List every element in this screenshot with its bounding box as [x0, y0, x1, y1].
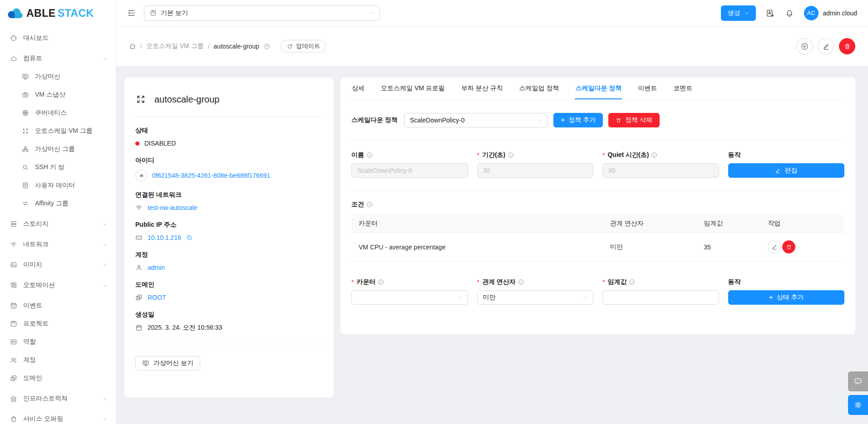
sidebar-item-ssh-key-pairs[interactable]: SSH 키 쌍: [0, 158, 116, 176]
operator-select-value: 미만: [483, 293, 496, 302]
enable-autoscale-button[interactable]: [796, 38, 813, 54]
policy-select[interactable]: ScaleDownPolicy-0: [404, 113, 548, 127]
breadcrumb-section[interactable]: 오토스케일 VM 그룹: [146, 42, 204, 50]
sidebar-item-infrastructure[interactable]: 인프라스트럭쳐: [0, 390, 116, 408]
sidebar-item-virtual-machines[interactable]: 가상머신: [0, 68, 116, 86]
tab-load-balancing-rules[interactable]: 부하 분산 규칙: [461, 78, 503, 99]
account-link[interactable]: admin: [148, 264, 165, 271]
brand-able: ABLE: [26, 7, 56, 19]
overview-card: autoscale-group 상태 DISABLED 아이디 0f621548…: [124, 78, 334, 397]
info-icon[interactable]: [378, 279, 384, 285]
delete-button[interactable]: [839, 38, 855, 54]
translation-button[interactable]: [766, 9, 775, 18]
info-icon[interactable]: [518, 279, 524, 285]
home-icon[interactable]: [129, 43, 136, 50]
threshold-input[interactable]: [602, 290, 719, 305]
tab-details[interactable]: 상세: [351, 78, 365, 99]
delete-policy-button[interactable]: 정책 삭제: [608, 113, 660, 127]
edit-policy-button[interactable]: 편집: [728, 163, 845, 178]
sidebar-item-affinity-groups[interactable]: Affinity 그룹: [0, 195, 116, 213]
tab-comments[interactable]: 코멘트: [673, 78, 693, 99]
resource-id-link[interactable]: 0f621548-3825-4261-808e-be688f176691: [152, 172, 270, 179]
edit-pencil-icon: [822, 43, 830, 50]
chevron-down-icon: [103, 417, 108, 422]
sidebar-item-events[interactable]: 이벤트: [0, 297, 116, 315]
swap-arrows-icon: [22, 200, 29, 207]
info-icon[interactable]: [651, 152, 657, 158]
tab-bar: 상세 오토스케일 VM 프로필 부하 분산 규칙 스케일업 정책 스케일다운 정…: [351, 78, 844, 100]
add-condition-button[interactable]: + 상태 추가: [728, 290, 845, 305]
resource-title: autoscale-group: [154, 94, 219, 105]
sidebar-fold-button[interactable]: [127, 9, 136, 17]
public-ip-link[interactable]: 10.10.1.216: [148, 234, 181, 241]
sidebar-item-images[interactable]: 이미지: [0, 256, 116, 274]
update-button[interactable]: 업데이트: [281, 40, 326, 53]
sidebar-item-projects[interactable]: 프로젝트: [0, 315, 116, 333]
menu-fold-icon: [127, 9, 136, 17]
tab-autoscale-vm-profile[interactable]: 오토스케일 VM 프로필: [380, 78, 445, 99]
delete-condition-button[interactable]: [782, 240, 795, 253]
settings-gear-button[interactable]: [848, 395, 868, 415]
policy-action-field: 동작 편집: [728, 151, 845, 178]
notifications-button[interactable]: [785, 9, 794, 18]
created-value: 2025. 3. 24. 오전 10:56:33: [148, 324, 222, 332]
cloud-icon: [10, 55, 17, 62]
tab-scaledown-policy[interactable]: 스케일다운 정책: [575, 78, 622, 99]
sidebar-item-roles[interactable]: 역할: [0, 333, 116, 351]
info-icon[interactable]: [366, 201, 373, 208]
chevron-down-icon: [103, 263, 108, 268]
domain-link[interactable]: ROOT: [148, 294, 166, 301]
create-button[interactable]: 생성: [721, 5, 756, 21]
policy-name-input: [351, 163, 468, 178]
sidebar-item-domains[interactable]: 도메인: [0, 369, 116, 387]
sidebar-item-user-data[interactable]: 사용자 데이터: [0, 176, 116, 195]
wifi-icon: [10, 241, 17, 248]
sidebar-item-network[interactable]: 네트워크: [0, 235, 116, 253]
chevron-down-icon: [103, 283, 108, 288]
info-icon[interactable]: [366, 152, 373, 158]
kubernetes-wheel-icon: [22, 109, 29, 117]
add-policy-button[interactable]: + 정책 추가: [553, 113, 603, 127]
sidebar-item-service-offerings[interactable]: 서비스 오퍼링: [0, 410, 116, 424]
feedback-chat-button[interactable]: [848, 371, 868, 391]
counter-field: * 카운터: [351, 278, 468, 305]
sidebar-item-autoscale-vm-group[interactable]: 오토스케일 VM 그룹: [0, 122, 116, 140]
sidebar-item-vm-group[interactable]: 가상머신 그룹: [0, 140, 116, 158]
automation-grid-icon: [10, 282, 17, 289]
view-vms-button[interactable]: 가상머신 보기: [135, 356, 200, 370]
sidebar-item-automation[interactable]: 오토메이션: [0, 276, 116, 294]
info-icon[interactable]: [629, 279, 635, 285]
counter-select[interactable]: [351, 290, 468, 305]
view-select[interactable]: 기본 보기: [144, 5, 380, 21]
chevron-down-icon: [745, 11, 749, 15]
breadcrumb: / 오토스케일 VM 그룹 / autoscale-group 업데이트: [129, 40, 326, 53]
sidebar-item-storage[interactable]: 스토리지: [0, 215, 116, 233]
policy-quiet-label: Quiet 시간(초): [607, 151, 649, 159]
breadcrumb-row: / 오토스케일 VM 그룹 / autoscale-group 업데이트: [116, 26, 868, 66]
tab-events[interactable]: 이벤트: [637, 78, 657, 99]
operator-select[interactable]: 미만: [477, 290, 594, 305]
image-icon: [10, 261, 17, 268]
translation-icon: [766, 9, 775, 18]
tab-scaleup-policy[interactable]: 스케일업 정책: [519, 78, 560, 99]
conditions-table: 카운터 관계 연산자 임계값 작업 VM CPU - average perce…: [351, 214, 844, 262]
sidebar-item-dashboard[interactable]: 대시보드: [0, 29, 116, 47]
edit-condition-button[interactable]: [768, 240, 781, 253]
network-link[interactable]: test-nw-autoscale: [148, 204, 197, 211]
calendar-icon: [135, 324, 143, 331]
condition-counter: VM CPU - average percentage: [351, 244, 603, 251]
autoscale-group-icon: [135, 94, 146, 105]
user-menu[interactable]: AC admin cloud: [804, 6, 858, 20]
trash-icon: [786, 244, 792, 250]
wifi-icon: [135, 204, 143, 211]
edit-button[interactable]: [818, 38, 834, 54]
copy-icon[interactable]: [186, 234, 192, 241]
sidebar-item-kubernetes[interactable]: 쿠버네티스: [0, 104, 116, 122]
view-select-value: 기본 보기: [161, 9, 188, 17]
sidebar-item-compute[interactable]: 컴퓨트: [0, 49, 116, 68]
help-circle-icon[interactable]: [263, 43, 270, 50]
sidebar-item-accounts[interactable]: 계정: [0, 351, 116, 369]
info-icon[interactable]: [508, 152, 514, 158]
sidebar-item-vm-snapshot[interactable]: VM 스냅샷: [0, 86, 116, 104]
policy-name-label: 이름: [351, 151, 364, 159]
